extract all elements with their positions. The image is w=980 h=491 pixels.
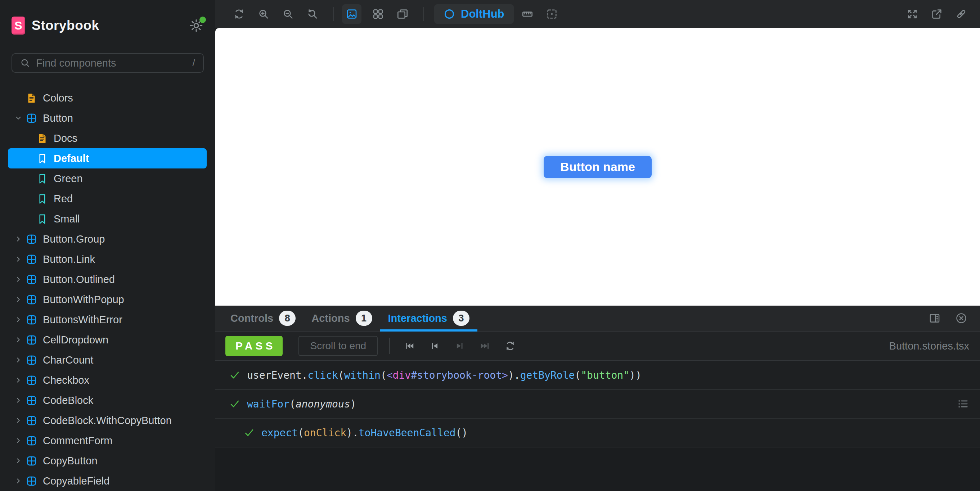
sidebar-item-copyablefield[interactable]: CopyableField bbox=[0, 471, 215, 491]
scroll-to-end-button[interactable]: Scroll to end bbox=[299, 336, 378, 356]
dolthub-theme-button[interactable]: DoltHub bbox=[434, 4, 514, 24]
search-shortcut-hint: / bbox=[192, 57, 195, 69]
document-icon bbox=[37, 133, 48, 144]
search-icon bbox=[20, 58, 30, 68]
backgrounds-button[interactable] bbox=[342, 4, 361, 24]
component-icon bbox=[26, 375, 37, 386]
zoom-out-button[interactable] bbox=[280, 6, 296, 22]
interaction-step[interactable]: expect(onClick).toHaveBeenCalled() bbox=[215, 419, 980, 447]
sidebar-item-charcount[interactable]: CharCount bbox=[0, 350, 215, 370]
jump-to-start-button[interactable] bbox=[401, 338, 417, 354]
story-file-label: Button.stories.tsx bbox=[889, 340, 969, 352]
storybook-brand[interactable]: S Storybook bbox=[11, 17, 99, 35]
chevron-right-icon bbox=[14, 416, 23, 425]
component-icon bbox=[26, 334, 37, 346]
sidebar-item-copybutton[interactable]: CopyButton bbox=[0, 451, 215, 471]
zoom-reset-button[interactable] bbox=[305, 6, 320, 22]
component-icon bbox=[26, 113, 37, 124]
sidebar-item-codeblock[interactable]: CodeBlock bbox=[0, 390, 215, 410]
toolbar-divider bbox=[423, 7, 424, 21]
chevron-right-icon bbox=[14, 456, 23, 466]
notification-dot bbox=[199, 17, 206, 23]
search-box[interactable]: / bbox=[11, 53, 204, 73]
sidebar-item-label: Button.Group bbox=[43, 233, 105, 245]
search-input[interactable] bbox=[36, 57, 186, 69]
bookmark-icon bbox=[37, 193, 48, 205]
viewports-button[interactable] bbox=[395, 6, 410, 22]
sidebar-item-button-link[interactable]: Button.Link bbox=[0, 249, 215, 269]
component-icon bbox=[26, 354, 37, 366]
tab-controls[interactable]: Controls8 bbox=[223, 306, 304, 331]
circle-icon bbox=[444, 8, 455, 20]
grid-button[interactable] bbox=[370, 6, 386, 22]
sidebar-item-label: CopyButton bbox=[43, 455, 97, 467]
sidebar-item-label: Checkbox bbox=[43, 374, 89, 386]
outline-button[interactable] bbox=[544, 6, 560, 22]
sidebar-item-label: Small bbox=[54, 213, 80, 225]
interaction-step[interactable]: waitFor(anonymous) bbox=[215, 390, 980, 419]
story-canvas: Button name bbox=[215, 28, 980, 306]
sidebar-item-small[interactable]: Small bbox=[0, 209, 215, 229]
component-icon bbox=[26, 274, 37, 285]
tab-actions[interactable]: Actions1 bbox=[304, 306, 380, 331]
sidebar-item-label: CopyableField bbox=[43, 475, 110, 487]
interactions-toolbar: PASS Scroll to end Button.stories.tsx bbox=[215, 332, 980, 361]
sidebar-item-label: CodeBlock.WithCopyButton bbox=[43, 415, 172, 427]
sidebar-item-button-group[interactable]: Button.Group bbox=[0, 229, 215, 249]
step-forward-button[interactable] bbox=[452, 338, 468, 354]
sidebar: S Storybook / ColorsButtonDocsDefaultGre… bbox=[0, 0, 215, 491]
toolbar-divider bbox=[333, 7, 334, 21]
settings-gear-icon[interactable] bbox=[189, 18, 204, 33]
panel-position-icon[interactable] bbox=[927, 310, 943, 326]
sidebar-item-commentform[interactable]: CommentForm bbox=[0, 431, 215, 451]
story-preview-button[interactable]: Button name bbox=[544, 156, 652, 178]
sidebar-item-codeblock-withcopybutton[interactable]: CodeBlock.WithCopyButton bbox=[0, 410, 215, 431]
status-badge: PASS bbox=[225, 336, 283, 356]
sidebar-item-green[interactable]: Green bbox=[0, 168, 215, 189]
storybook-logo-icon: S bbox=[11, 17, 25, 35]
sidebar-item-label: Red bbox=[54, 193, 73, 205]
chevron-down-icon bbox=[14, 113, 23, 123]
sidebar-item-label: Button.Link bbox=[43, 253, 95, 265]
sidebar-item-button-outlined[interactable]: Button.Outlined bbox=[0, 269, 215, 289]
chevron-right-icon bbox=[14, 396, 23, 405]
sidebar-item-colors[interactable]: Colors bbox=[0, 88, 215, 108]
sidebar-item-docs[interactable]: Docs bbox=[0, 128, 215, 148]
remount-button[interactable] bbox=[231, 6, 247, 22]
jump-to-end-button[interactable] bbox=[477, 338, 493, 354]
bookmark-icon bbox=[37, 153, 48, 164]
tab-interactions[interactable]: Interactions3 bbox=[380, 306, 477, 331]
sidebar-item-label: Colors bbox=[43, 92, 73, 104]
zoom-in-button[interactable] bbox=[256, 6, 272, 22]
sidebar-item-buttonswitherror[interactable]: ButtonsWithError bbox=[0, 310, 215, 330]
copy-link-button[interactable] bbox=[953, 6, 969, 22]
sidebar-item-label: ButtonWithPopup bbox=[43, 294, 124, 306]
step-list-icon[interactable] bbox=[957, 398, 969, 410]
sidebar-item-celldropdown[interactable]: CellDropdown bbox=[0, 330, 215, 350]
interaction-code: expect(onClick).toHaveBeenCalled() bbox=[261, 427, 468, 439]
chevron-right-icon bbox=[14, 275, 23, 284]
sidebar-item-button[interactable]: Button bbox=[0, 108, 215, 128]
sidebar-item-label: CodeBlock bbox=[43, 394, 93, 407]
sidebar-item-checkbox[interactable]: Checkbox bbox=[0, 370, 215, 390]
close-panel-icon[interactable] bbox=[953, 310, 969, 326]
sidebar-item-label: Button bbox=[43, 112, 73, 124]
interaction-steps: userEvent.click(within(<div#storybook-ro… bbox=[215, 361, 980, 491]
sidebar-item-label: Button.Outlined bbox=[43, 273, 115, 286]
component-icon bbox=[26, 314, 37, 326]
fullscreen-button[interactable] bbox=[904, 6, 920, 22]
main-area: DoltHub Button name Controls8Actions1Int… bbox=[215, 0, 980, 491]
interaction-step[interactable]: userEvent.click(within(<div#storybook-ro… bbox=[215, 361, 980, 390]
document-icon bbox=[26, 92, 37, 104]
interaction-code: waitFor(anonymous) bbox=[247, 398, 356, 410]
rerun-button[interactable] bbox=[502, 338, 518, 354]
storybook-app: S Storybook / ColorsButtonDocsDefaultGre… bbox=[0, 0, 980, 491]
sidebar-item-red[interactable]: Red bbox=[0, 189, 215, 209]
canvas-toolbar: DoltHub bbox=[215, 0, 980, 28]
step-back-button[interactable] bbox=[426, 338, 442, 354]
sidebar-item-default[interactable]: Default bbox=[8, 148, 207, 168]
component-icon bbox=[26, 475, 37, 487]
sidebar-item-buttonwithpopup[interactable]: ButtonWithPopup bbox=[0, 289, 215, 310]
open-new-tab-button[interactable] bbox=[929, 6, 945, 22]
measure-button[interactable] bbox=[520, 6, 535, 22]
